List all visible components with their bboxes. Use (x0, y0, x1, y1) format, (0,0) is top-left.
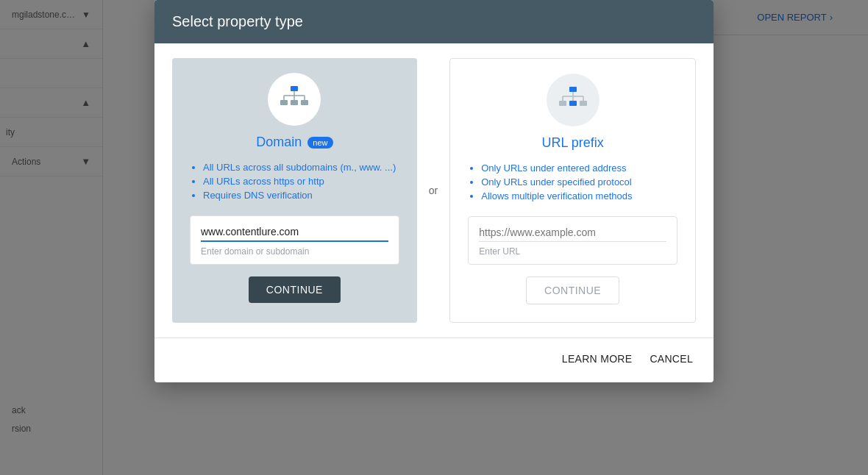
svg-rect-6 (280, 100, 288, 105)
domain-bullet-3: Requires DNS verification (203, 190, 399, 201)
select-property-dialog: Select property type (154, 0, 714, 382)
url-prefix-card: URL prefix Only URLs under entered addre… (449, 58, 696, 323)
domain-network-icon (278, 86, 310, 113)
url-bullet-2: Only URLs under specified protocol (481, 176, 677, 188)
url-bullets: Only URLs under entered address Only URL… (468, 162, 677, 204)
or-divider: or (417, 58, 449, 323)
domain-bullets: All URLs across all subdomains (m., www.… (190, 162, 399, 204)
domain-input-area: Enter domain or subdomain (190, 215, 399, 265)
url-input-area: Enter URL (468, 216, 677, 265)
domain-card-title: Domain new (256, 135, 332, 150)
url-input[interactable] (479, 226, 666, 242)
svg-rect-0 (291, 86, 298, 91)
dialog-title: Select property type (172, 13, 303, 29)
url-title-text: URL prefix (541, 135, 603, 151)
dialog-header: Select property type (154, 0, 714, 43)
dialog-footer: LEARN MORE CANCEL (154, 338, 714, 382)
svg-rect-16 (569, 101, 577, 106)
svg-rect-9 (569, 87, 577, 92)
new-badge: new (307, 137, 332, 149)
cancel-button[interactable]: CANCEL (647, 347, 696, 371)
domain-title-text: Domain (256, 135, 302, 150)
learn-more-button[interactable]: LEARN MORE (559, 347, 636, 371)
domain-bullet-2: All URLs across https or http (203, 176, 399, 187)
url-continue-button[interactable]: CONTINUE (526, 276, 619, 304)
domain-input[interactable] (201, 226, 388, 242)
dialog-body: Domain new All URLs across all subdomain… (154, 43, 714, 338)
domain-input-helper: Enter domain or subdomain (201, 246, 388, 257)
svg-rect-15 (559, 101, 566, 106)
modal-overlay: Select property type (0, 0, 868, 475)
or-label: or (429, 185, 438, 196)
url-icon-wrap (547, 74, 600, 126)
options-row: Domain new All URLs across all subdomain… (172, 58, 696, 323)
domain-card: Domain new All URLs across all subdomain… (172, 58, 417, 323)
domain-icon-wrap (268, 73, 321, 126)
svg-rect-7 (291, 100, 298, 105)
url-card-title: URL prefix (541, 135, 603, 151)
url-bullet-3: Allows multiple verification methods (481, 190, 677, 201)
url-bullet-1: Only URLs under entered address (481, 162, 677, 174)
svg-rect-17 (580, 101, 587, 106)
domain-continue-button[interactable]: CONTINUE (249, 276, 341, 303)
url-input-helper: Enter URL (479, 246, 666, 257)
domain-bullet-1: All URLs across all subdomains (m., www.… (203, 162, 399, 173)
svg-rect-8 (301, 100, 308, 105)
url-network-icon (557, 87, 589, 113)
